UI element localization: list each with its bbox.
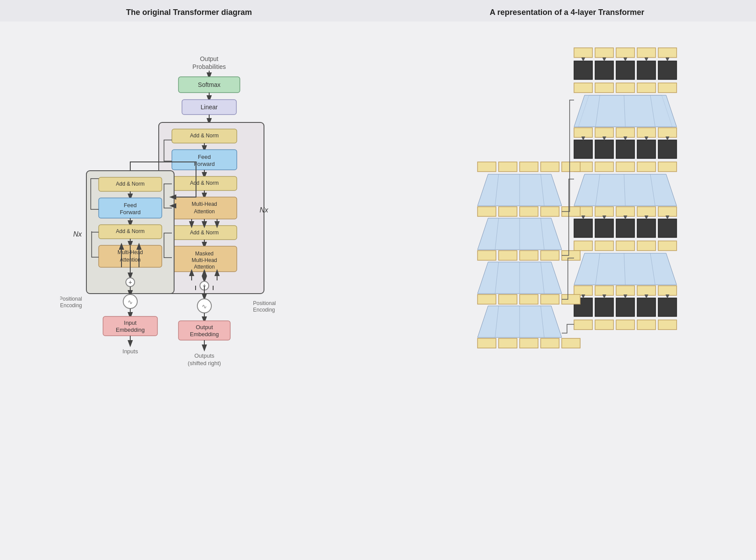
svg-rect-130 — [595, 162, 613, 172]
svg-rect-119 — [574, 140, 592, 158]
svg-rect-220 — [520, 338, 538, 348]
svg-rect-204 — [478, 294, 496, 304]
left-title: The original Transformer diagram — [0, 8, 378, 17]
four-layer-svg — [464, 35, 684, 526]
svg-rect-98 — [658, 61, 677, 79]
svg-rect-133 — [658, 162, 677, 172]
svg-rect-93 — [658, 48, 677, 57]
svg-rect-106 — [616, 83, 635, 93]
svg-text:+: + — [128, 279, 132, 286]
svg-text:Output: Output — [196, 324, 213, 330]
svg-rect-116 — [616, 128, 635, 137]
svg-marker-109 — [574, 95, 677, 127]
svg-rect-165 — [637, 286, 656, 295]
svg-rect-218 — [478, 338, 496, 348]
svg-text:Linear: Linear — [200, 104, 218, 111]
svg-rect-92 — [637, 48, 656, 57]
svg-text:Nх: Nх — [260, 206, 269, 214]
transformer-svg: Output Probabilities Softmax Linear Add … — [60, 35, 358, 526]
svg-rect-198 — [541, 251, 559, 260]
svg-rect-206 — [520, 294, 538, 304]
left-diagram: Output Probabilities Softmax Linear Add … — [13, 30, 405, 551]
svg-text:Output: Output — [200, 55, 218, 62]
svg-rect-189 — [541, 207, 559, 216]
svg-text:Feed: Feed — [124, 202, 137, 208]
svg-rect-118 — [658, 128, 677, 137]
svg-rect-115 — [595, 128, 613, 137]
svg-rect-144 — [595, 219, 613, 237]
svg-text:Forward: Forward — [120, 209, 141, 215]
svg-rect-147 — [658, 219, 677, 237]
svg-marker-158 — [574, 253, 677, 285]
svg-text:Embedding: Embedding — [116, 327, 145, 333]
svg-rect-108 — [658, 83, 677, 93]
svg-text:∿: ∿ — [128, 298, 133, 305]
svg-text:Add & Norm: Add & Norm — [116, 181, 144, 187]
svg-text:Positional: Positional — [253, 300, 276, 306]
svg-rect-162 — [574, 286, 592, 295]
svg-rect-180 — [637, 320, 656, 330]
svg-rect-222 — [562, 338, 580, 348]
svg-rect-97 — [637, 61, 656, 79]
svg-rect-214 — [499, 162, 517, 172]
svg-rect-146 — [637, 219, 656, 237]
right-diagram — [405, 30, 743, 551]
svg-rect-153 — [574, 241, 592, 251]
svg-text:Attention: Attention — [194, 264, 214, 270]
svg-rect-95 — [595, 61, 613, 79]
svg-rect-90 — [595, 48, 613, 57]
svg-rect-89 — [574, 48, 592, 57]
svg-rect-104 — [574, 83, 592, 93]
svg-rect-187 — [499, 207, 517, 216]
svg-text:Feed: Feed — [198, 154, 211, 160]
svg-rect-94 — [574, 61, 592, 79]
svg-rect-157 — [658, 241, 677, 251]
svg-rect-141 — [637, 207, 656, 216]
svg-rect-216 — [541, 162, 559, 172]
svg-rect-169 — [616, 298, 635, 316]
svg-rect-122 — [637, 140, 656, 158]
svg-rect-107 — [637, 83, 656, 93]
svg-text:Embedding: Embedding — [190, 331, 219, 337]
svg-rect-219 — [499, 338, 517, 348]
svg-rect-217 — [562, 162, 580, 172]
svg-text:Attention: Attention — [194, 208, 214, 215]
svg-rect-213 — [478, 162, 496, 172]
svg-rect-205 — [499, 294, 517, 304]
svg-rect-179 — [616, 320, 635, 330]
svg-rect-163 — [595, 286, 613, 295]
svg-text:∿: ∿ — [202, 303, 207, 310]
right-title: A representation of a 4-layer Transforme… — [378, 8, 756, 17]
svg-rect-91 — [616, 48, 635, 57]
svg-rect-145 — [616, 219, 635, 237]
svg-rect-164 — [616, 286, 635, 295]
svg-rect-181 — [658, 320, 677, 330]
svg-text:Encoding: Encoding — [60, 302, 82, 309]
svg-rect-139 — [595, 207, 613, 216]
svg-rect-188 — [520, 207, 538, 216]
svg-rect-196 — [499, 251, 517, 260]
svg-rect-123 — [658, 140, 677, 158]
svg-text:Input: Input — [124, 319, 136, 326]
svg-rect-117 — [637, 128, 656, 137]
svg-rect-171 — [658, 298, 677, 316]
svg-text:Encoding: Encoding — [253, 307, 275, 313]
svg-rect-221 — [541, 338, 559, 348]
svg-text:Multi-Head: Multi-Head — [192, 201, 217, 207]
svg-rect-114 — [574, 128, 592, 137]
svg-rect-170 — [637, 298, 656, 316]
svg-rect-177 — [574, 320, 592, 330]
svg-rect-105 — [595, 83, 613, 93]
svg-rect-140 — [616, 207, 635, 216]
svg-rect-178 — [595, 320, 613, 330]
svg-rect-143 — [574, 219, 592, 237]
svg-rect-156 — [637, 241, 656, 251]
svg-rect-154 — [595, 241, 613, 251]
svg-text:Add & Norm: Add & Norm — [190, 180, 218, 186]
svg-rect-142 — [658, 207, 677, 216]
svg-rect-131 — [616, 162, 635, 172]
svg-rect-96 — [616, 61, 635, 79]
svg-text:Forward: Forward — [194, 161, 215, 167]
svg-rect-155 — [616, 241, 635, 251]
svg-text:Multi-Head: Multi-Head — [192, 257, 217, 263]
